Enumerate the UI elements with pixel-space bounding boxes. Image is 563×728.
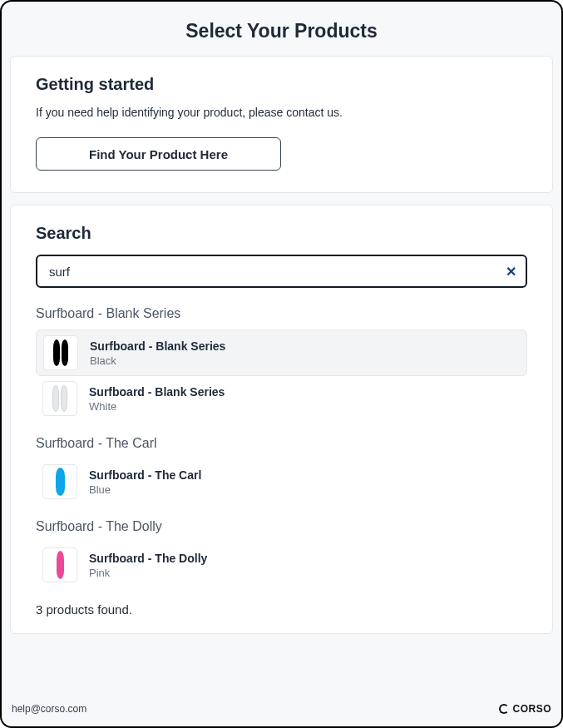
- result-group: Surfboard - The Dolly Surfboard - The Do…: [36, 519, 527, 587]
- result-group: Surfboard - Blank Series Surfboard - Bla…: [36, 306, 527, 421]
- brand-icon: [499, 704, 509, 714]
- search-heading: Search: [36, 224, 527, 243]
- result-item[interactable]: Surfboard - The Dolly Pink: [36, 542, 527, 587]
- footer-email[interactable]: help@corso.com: [12, 703, 86, 715]
- product-thumbnail: [42, 381, 77, 416]
- find-product-button[interactable]: Find Your Product Here: [36, 137, 281, 171]
- surfboard-icon: [62, 339, 68, 366]
- result-group-label: Surfboard - The Dolly: [36, 519, 527, 534]
- surfboard-icon: [52, 385, 59, 412]
- result-item-title: Surfboard - Blank Series: [90, 339, 225, 353]
- result-item[interactable]: Surfboard - Blank Series White: [36, 376, 527, 421]
- search-input[interactable]: [36, 255, 527, 288]
- result-item[interactable]: Surfboard - Blank Series Black: [36, 329, 527, 376]
- close-icon: ✕: [506, 264, 516, 280]
- result-item[interactable]: Surfboard - The Carl Blue: [36, 459, 527, 504]
- search-card: Search ✕ Surfboard - Blank Series Surfbo…: [10, 205, 553, 634]
- product-thumbnail: [42, 464, 77, 499]
- result-group: Surfboard - The Carl Surfboard - The Car…: [36, 436, 527, 504]
- result-item-variant: Black: [90, 354, 225, 367]
- surfboard-icon: [56, 468, 65, 496]
- result-item-title: Surfboard - The Carl: [89, 468, 201, 482]
- result-item-variant: White: [89, 400, 225, 413]
- surfboard-icon: [61, 385, 67, 412]
- app-frame: Select Your Products Getting started If …: [0, 0, 563, 728]
- surfboard-icon: [57, 551, 64, 579]
- search-input-wrap: ✕: [36, 255, 527, 288]
- page-title: Select Your Products: [2, 2, 561, 56]
- getting-started-help-text: If you need help identifying your produc…: [36, 106, 527, 119]
- clear-search-button[interactable]: ✕: [499, 260, 522, 283]
- result-item-text: Surfboard - The Carl Blue: [89, 468, 201, 496]
- result-item-variant: Pink: [89, 567, 207, 579]
- result-item-text: Surfboard - Blank Series Black: [90, 339, 225, 367]
- result-group-label: Surfboard - Blank Series: [36, 306, 527, 321]
- result-item-title: Surfboard - The Dolly: [89, 552, 207, 565]
- brand-logo: CORSO: [499, 703, 551, 715]
- getting-started-card: Getting started If you need help identif…: [10, 56, 553, 193]
- brand-name: CORSO: [512, 703, 551, 715]
- result-count: 3 products found.: [36, 602, 527, 617]
- surfboard-icon: [53, 339, 60, 366]
- product-thumbnail: [43, 335, 78, 370]
- result-item-variant: Blue: [89, 483, 201, 496]
- result-item-title: Surfboard - Blank Series: [89, 385, 225, 399]
- footer: help@corso.com CORSO: [2, 691, 561, 726]
- product-thumbnail: [42, 547, 77, 582]
- getting-started-heading: Getting started: [36, 75, 527, 94]
- result-item-text: Surfboard - The Dolly Pink: [89, 552, 207, 579]
- result-item-text: Surfboard - Blank Series White: [89, 385, 225, 413]
- result-group-label: Surfboard - The Carl: [36, 436, 527, 451]
